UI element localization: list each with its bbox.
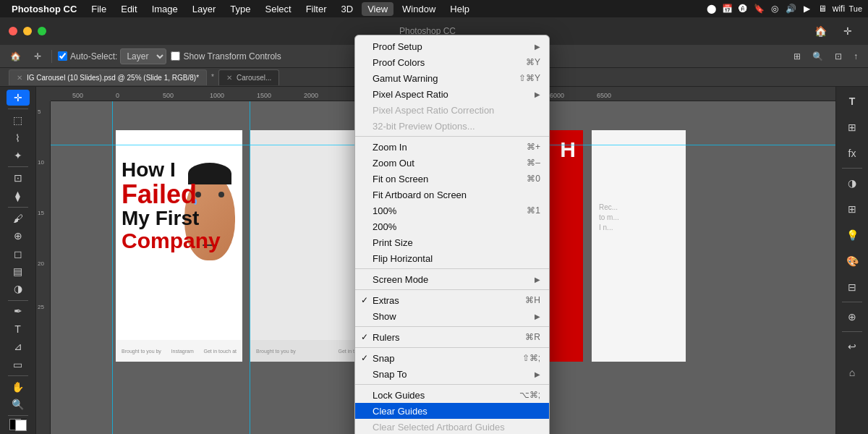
time-display: Tue [848, 4, 862, 13]
wifi-icon: wifi [833, 3, 844, 14]
menubar-app-name[interactable]: Photoshop CC [6, 2, 82, 16]
menu-flip-horizontal[interactable]: Flip Horizontal [355, 250, 549, 266]
menubar-select[interactable]: Select [259, 2, 297, 16]
menu-proof-setup[interactable]: Proof Setup ▶ [355, 38, 549, 54]
menu-snap-label: Snap [373, 353, 508, 364]
menu-lock-guides[interactable]: Lock Guides ⌥⌘; [355, 387, 549, 403]
menubar-filter[interactable]: Filter [300, 2, 333, 16]
menu-screen-mode-label: Screen Mode [373, 274, 535, 285]
menu-pixel-aspect-arrow: ▶ [535, 90, 540, 98]
view-dropdown-menu: Proof Setup ▶ Proof Colors ⌘Y Gamut Warn… [354, 35, 550, 434]
menu-print-size[interactable]: Print Size [355, 234, 549, 250]
menu-200pct[interactable]: 200% [355, 218, 549, 234]
menu-32bit-preview: 32-bit Preview Options... [355, 118, 549, 134]
menu-show[interactable]: Show ▶ [355, 308, 549, 324]
menu-fit-screen-label: Fit on Screen [373, 174, 512, 184]
menu-rulers-shortcut: ⌘R [525, 332, 540, 342]
dropdown-overlay[interactable]: Proof Setup ▶ Proof Colors ⌘Y Gamut Warn… [0, 17, 868, 434]
menu-zoom-out[interactable]: Zoom Out ⌘– [355, 155, 549, 171]
menu-snap-to-label: Snap To [373, 369, 535, 380]
menu-rulers[interactable]: Rulers ⌘R [355, 329, 549, 345]
menu-100pct[interactable]: 100% ⌘1 [355, 203, 549, 218]
screen-icon: 🖥 [817, 3, 828, 14]
menubar-type[interactable]: Type [224, 2, 256, 16]
menu-fit-artboard[interactable]: Fit Artboard on Screen [355, 187, 549, 203]
menu-sep-5 [355, 347, 549, 348]
menu-lock-guides-label: Lock Guides [373, 390, 505, 401]
menu-gamut-warning-label: Gamut Warning [373, 73, 504, 84]
menu-100pct-shortcut: ⌘1 [527, 205, 540, 216]
menu-snap-to[interactable]: Snap To ▶ [355, 366, 549, 382]
menu-fit-screen[interactable]: Fit on Screen ⌘0 [355, 171, 549, 187]
menu-snap[interactable]: Snap ⇧⌘; [355, 350, 549, 366]
menubar-window[interactable]: Window [396, 2, 441, 16]
menu-sep-4 [355, 326, 549, 327]
menu-sep-6 [355, 384, 549, 385]
menu-gamut-warning-shortcut: ⇧⌘Y [519, 73, 540, 83]
menubar-help[interactable]: Help [444, 2, 475, 16]
menu-snap-shortcut: ⇧⌘; [522, 353, 540, 363]
menubar-right-icons: ⬤ 📅 🅐 🔖 ◎ 🔊 ▶ 🖥 wifi Tue [705, 3, 862, 14]
menu-sep-3 [355, 289, 549, 290]
volume-icon: 🔊 [785, 3, 796, 14]
menu-200pct-label: 200% [373, 221, 540, 232]
menu-proof-colors-shortcut: ⌘Y [526, 57, 540, 67]
menu-proof-colors-label: Proof Colors [373, 57, 511, 68]
menu-snap-to-arrow: ▶ [535, 370, 540, 378]
menu-clear-selected-guides-label: Clear Selected Artboard Guides [373, 422, 540, 433]
menu-gamut-warning[interactable]: Gamut Warning ⇧⌘Y [355, 70, 549, 86]
menu-proof-colors[interactable]: Proof Colors ⌘Y [355, 54, 549, 70]
menubar-view[interactable]: View [362, 2, 393, 16]
menu-sep-1 [355, 136, 549, 137]
menu-print-size-label: Print Size [373, 237, 540, 248]
menu-zoom-out-shortcut: ⌘– [527, 158, 540, 168]
menu-zoom-in-label: Zoom In [373, 142, 512, 153]
menu-32bit-preview-label: 32-bit Preview Options... [373, 121, 540, 132]
play-icon: ▶ [801, 3, 812, 14]
calendar-icon: 📅 [721, 3, 733, 14]
cc-icon: ⬤ [705, 3, 717, 14]
menu-clear-guides[interactable]: Clear Guides [355, 403, 549, 419]
bookmark-icon: 🔖 [753, 3, 765, 14]
menu-rulers-label: Rulers [373, 332, 511, 343]
menu-show-arrow: ▶ [535, 312, 540, 320]
menubar-layer[interactable]: Layer [187, 2, 222, 16]
menu-sep-2 [355, 268, 549, 269]
menu-clear-guides-label: Clear Guides [373, 406, 540, 417]
menu-proof-setup-arrow: ▶ [535, 43, 540, 51]
menu-zoom-in-shortcut: ⌘+ [527, 142, 540, 152]
menu-pixel-aspect[interactable]: Pixel Aspect Ratio ▶ [355, 86, 549, 102]
menu-extras-shortcut: ⌘H [525, 295, 540, 305]
menubar-3d[interactable]: 3D [336, 2, 359, 16]
menu-pixel-aspect-correction: Pixel Aspect Ratio Correction [355, 102, 549, 118]
menubar-edit[interactable]: Edit [115, 2, 142, 16]
menu-extras[interactable]: Extras ⌘H [355, 292, 549, 308]
menu-fit-screen-shortcut: ⌘0 [527, 174, 540, 184]
target-icon: ◎ [769, 3, 780, 14]
menu-screen-mode[interactable]: Screen Mode ▶ [355, 271, 549, 287]
menu-proof-setup-label: Proof Setup [373, 41, 535, 52]
menubar-image[interactable]: Image [146, 2, 184, 16]
macos-menubar: Photoshop CC File Edit Image Layer Type … [0, 0, 868, 17]
menu-zoom-out-label: Zoom Out [373, 158, 512, 169]
menu-show-label: Show [373, 311, 535, 322]
menu-flip-horizontal-label: Flip Horizontal [373, 253, 540, 264]
menu-pixel-aspect-label: Pixel Aspect Ratio [373, 89, 535, 100]
menu-extras-label: Extras [373, 295, 511, 306]
menu-100pct-label: 100% [373, 205, 512, 216]
menu-pixel-aspect-correction-label: Pixel Aspect Ratio Correction [373, 105, 540, 116]
menu-lock-guides-shortcut: ⌥⌘; [519, 390, 540, 400]
menu-zoom-in[interactable]: Zoom In ⌘+ [355, 139, 549, 155]
menu-screen-mode-arrow: ▶ [535, 276, 540, 284]
menu-clear-selected-guides: Clear Selected Artboard Guides [355, 419, 549, 434]
menubar-file[interactable]: File [85, 2, 112, 16]
adobe-icon: 🅐 [737, 3, 749, 14]
menu-fit-artboard-label: Fit Artboard on Screen [373, 190, 540, 200]
